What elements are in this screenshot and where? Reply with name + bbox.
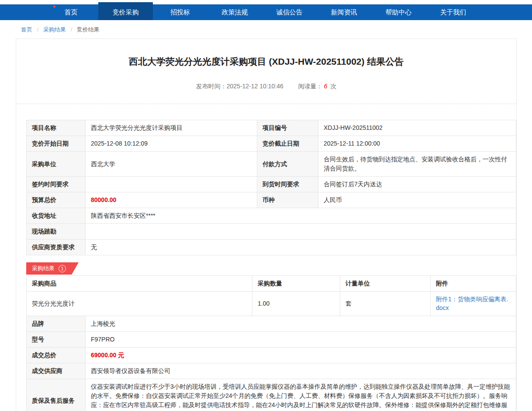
field-value: 西北大学 [86,152,257,177]
supplier-value: 西安领导者仪器设备有限公司 [86,363,516,379]
table-row: 现场踏勘 [27,224,516,240]
field-label: 到货时间要求 [257,177,318,192]
announcement-card: 西北大学荧光分光光度计采购项目 (XDJJ-HW-202511002) 结果公告… [16,38,517,411]
nav-item-help[interactable]: 帮助中心 [371,4,426,20]
field-label: 项目名称 [27,120,86,136]
field-label: 付款方式 [257,152,318,177]
breadcrumb-separator: / [71,26,73,33]
breadcrumb: 首页 / 采购结果 / 竞价结果 [0,20,532,36]
product-quantity: 1.00 [252,292,340,316]
field-value: 人民币 [318,192,516,208]
table-row: 供应商资质要求 无 [27,240,516,255]
column-header-unit: 计量单位 [340,276,431,292]
table-row: 项目名称 西北大学荧光分光光度计采购项目 项目编号 XDJJ-HW-202511… [27,120,516,136]
warranty-service-value: 仪器安装调试时应进行不少于3小时的现场培训，受培训人员应能掌握仪器的基本操作及简… [86,379,516,411]
nav-item-tender[interactable]: 招投标 [153,4,207,20]
table-row: 型号 F97PRO [27,332,516,348]
table-row: 预算总价 80000.00 币种 人民币 [27,192,516,208]
field-label: 现场踏勘 [27,224,86,240]
budget-total-value: 80000.00 [86,192,257,208]
purchase-result-tag-label: 采购结果 [32,265,55,272]
product-name: 荧光分光光度计 [27,292,252,316]
table-row: 成交总价 69000.00 元 [27,348,516,363]
nav-item-bidding-purchase[interactable]: 竞价采购 [98,2,153,20]
table-row: 品牌 上海棱光 [27,316,516,332]
column-header-attachment: 附件 [431,276,516,292]
field-value: 2025-12-08 10:12:09 [86,136,257,152]
model-value: F97PRO [86,332,516,348]
table-header-row: 采购商品 采购数量 计量单位 附件 [27,276,516,292]
field-value [86,177,257,192]
breadcrumb-purchase-results[interactable]: 采购结果 [43,26,66,33]
views-label: 阅读量： [298,83,323,90]
field-label: 供应商资质要求 [27,240,86,255]
project-info-table: 项目名称 西北大学荧光分光光度计采购项目 项目编号 XDJJ-HW-202511… [26,120,516,255]
field-label: 成交总价 [27,348,86,363]
column-header-product: 采购商品 [27,276,252,292]
field-label: 质保及售后服务 [27,379,86,411]
table-row: 荧光分光光度计 1.00 套 附件1：货物类响应偏离表.docx [27,292,516,316]
breadcrumb-home[interactable]: 首页 [21,26,32,33]
field-label: 品牌 [27,316,86,332]
views-unit: 次 [330,83,336,90]
field-label: 采购单位 [27,152,86,177]
attachment-link[interactable]: 附件1：货物类响应偏离表.docx [436,295,511,312]
red-dot-artifact [53,6,55,7]
nav-item-about[interactable]: 关于我们 [426,4,480,20]
field-value: XDJJ-HW-202511002 [318,120,516,136]
field-label: 项目编号 [257,120,318,136]
product-unit: 套 [340,292,431,316]
table-row: 竞价开始日期 2025-12-08 10:12:09 竞价截止日期 2025-1… [27,136,516,152]
table-row: 采购单位 西北大学 付款方式 合同生效后，待货物到达指定地点、安装调试验收合格后… [27,152,516,177]
dashed-divider [16,104,516,104]
nav-item-home[interactable]: 首页 [44,4,98,20]
nav-item-policy[interactable]: 政策法规 [207,4,262,20]
purchase-result-table: 采购商品 采购数量 计量单位 附件 荧光分光光度计 1.00 套 附件1：货物类… [26,275,516,316]
result-count-badge: 1 [59,265,66,272]
column-header-quantity: 采购数量 [252,276,340,292]
purchase-result-tag: 采购结果 1 [26,262,79,275]
field-value: 陕西省西安市长安区**** [86,208,516,224]
field-label: 竞价截止日期 [257,136,318,152]
field-label: 型号 [27,332,86,348]
field-label: 预算总价 [27,192,86,208]
field-value: 2025-12-11 12:00:00 [318,136,516,152]
page-title: 西北大学荧光分光光度计采购项目 (XDJJ-HW-202511002) 结果公告 [16,56,516,68]
field-label: 币种 [257,192,318,208]
brand-value: 上海棱光 [86,316,516,332]
field-value [86,224,516,240]
views-count: 6 [324,83,328,90]
top-navbar: 首页 竞价采购 招投标 政策法规 诚信公告 新闻资讯 帮助中心 关于我们 [0,4,532,20]
field-label: 收货地址 [27,208,86,224]
field-value: 合同签订后7天内送达 [318,177,516,192]
field-label: 竞价开始日期 [27,136,86,152]
field-value: 无 [86,240,516,255]
table-row: 签约时间要求 到货时间要求 合同签订后7天内送达 [27,177,516,192]
field-label: 成交供应商 [27,363,86,379]
article-meta: 发布时间：2025-12-12 10:10:46 阅读量：6 次 [16,83,516,91]
field-value: 合同生效后，待货物到达指定地点、安装调试验收合格后，一次性付清合同货款。 [318,152,516,177]
table-row: 成交供应商 西安领导者仪器设备有限公司 [27,363,516,379]
breadcrumb-separator: / [37,26,39,33]
table-row: 收货地址 陕西省西安市长安区**** [27,208,516,224]
publish-time-value: 2025-12-12 10:10:46 [227,83,283,90]
deal-price-value: 69000.00 元 [86,348,516,363]
field-value: 西北大学荧光分光光度计采购项目 [86,120,257,136]
table-row: 质保及售后服务 仪器安装调试时应进行不少于3小时的现场培训，受培训人员应能掌握仪… [27,379,516,411]
field-label: 签约时间要求 [27,177,86,192]
breadcrumb-current: 竞价结果 [77,26,100,33]
nav-item-news[interactable]: 新闻资讯 [317,4,371,20]
nav-item-integrity[interactable]: 诚信公告 [262,4,317,20]
attachment-cell: 附件1：货物类响应偏离表.docx [431,292,516,316]
publish-time-label: 发布时间： [196,83,227,90]
result-detail-table: 品牌 上海棱光 型号 F97PRO 成交总价 69000.00 元 成交供应商 … [26,316,516,411]
